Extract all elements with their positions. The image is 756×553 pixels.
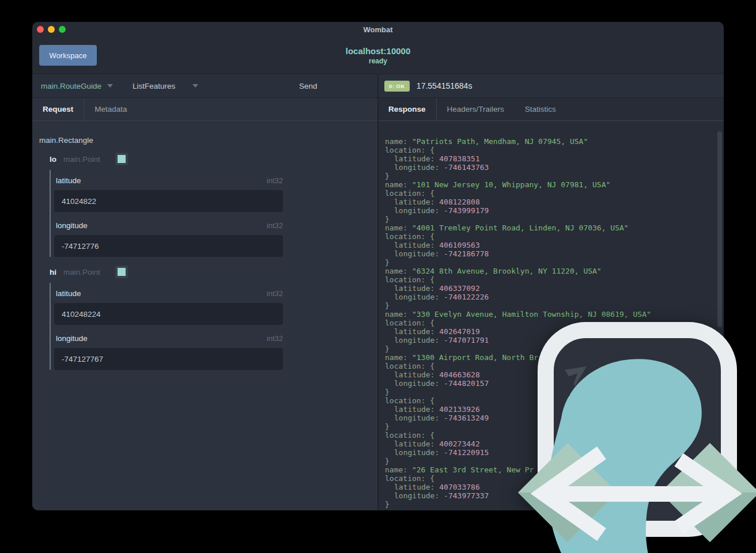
code-key: location: (385, 396, 425, 405)
response-line: longitude: -743999179 (385, 206, 651, 215)
field-type-badge: int32 (267, 221, 283, 230)
field-checkbox[interactable] (115, 153, 128, 165)
code-key: longitude: (394, 491, 439, 500)
code-key: } (385, 457, 390, 465)
request-tab-bar: RequestMetadata (32, 98, 378, 121)
code-value: { (425, 362, 434, 370)
checkbox-checked-icon (118, 268, 126, 276)
send-button[interactable]: Send (299, 82, 317, 90)
duration-label: 17.554151684s (417, 81, 472, 90)
wombat-logo (516, 320, 756, 553)
response-line: } (385, 258, 651, 267)
field-group-body-lo: latitudeint3241024822longitudeint32-7471… (50, 170, 296, 257)
chevron-down-icon (107, 84, 113, 88)
chevron-down-icon (192, 84, 198, 88)
tab-statistics[interactable]: Statistics (515, 98, 566, 120)
code-key: } (385, 258, 390, 267)
code-key: name: (385, 224, 407, 232)
response-line: latitude: 406109563 (385, 241, 651, 249)
code-key: latitude: (394, 154, 434, 163)
longitude-input[interactable]: -747127767 (54, 348, 283, 370)
code-value: { (425, 396, 434, 405)
field-name: hi (50, 268, 56, 276)
code-value: -746143763 (439, 163, 489, 172)
field-label-row: longitudeint32 (56, 334, 283, 343)
code-key: name: (385, 137, 407, 146)
code-value: { (425, 474, 434, 483)
response-line: location: { (385, 232, 651, 241)
longitude-input[interactable]: -74712776 (54, 235, 283, 257)
response-line: longitude: -742186778 (385, 249, 651, 258)
response-line: location: { (385, 146, 651, 154)
tab-metadata[interactable]: Metadata (84, 98, 137, 120)
message-type-label: main.Rectangle (39, 136, 93, 145)
field-label: longitude (56, 221, 88, 230)
server-address: localhost:10000 (32, 46, 724, 56)
arrow-shaft (550, 486, 719, 502)
code-value: -744820157 (439, 379, 489, 388)
code-key: longitude: (394, 448, 439, 457)
field-label-row: longitudeint32 (56, 221, 283, 230)
service-select[interactable]: main.RouteGuide (41, 82, 113, 90)
connection-status: localhost:10000 ready (32, 46, 724, 65)
latitude-input[interactable]: 410248224 (54, 303, 283, 325)
code-key: } (385, 215, 390, 224)
response-line: name: "330 Evelyn Avenue, Hamilton Towns… (385, 310, 651, 319)
method-select[interactable]: ListFeatures (133, 82, 198, 90)
code-value: -743999179 (439, 206, 489, 215)
field-checkbox[interactable] (115, 266, 128, 278)
field-group-body-hi: latitudeint32410248224longitudeint32-747… (50, 283, 296, 370)
code-value: "6324 8th Avenue, Brooklyn, NY 11220, US… (407, 267, 602, 275)
response-line: location: { (385, 275, 651, 284)
code-key: latitude: (394, 483, 434, 491)
code-value: "Patriots Path, Mendham, NJ 07945, USA" (407, 137, 588, 146)
code-key: latitude: (394, 327, 434, 336)
code-key: longitude: (394, 249, 439, 258)
code-key: location: (385, 319, 425, 327)
code-key: longitude: (394, 163, 439, 172)
scrollbar-thumb[interactable] (717, 131, 722, 327)
field-label-row: latitudeint32 (56, 176, 283, 185)
response-line: longitude: -740122226 (385, 293, 651, 301)
field-label: latitude (56, 289, 81, 298)
code-value: 402647019 (434, 327, 479, 336)
code-key: latitude: (394, 405, 434, 414)
checkbox-checked-icon (118, 155, 126, 163)
field-type-badge: int32 (267, 289, 283, 298)
code-value: -742186778 (439, 249, 489, 258)
code-value: { (425, 319, 434, 327)
code-value: "26 East 3rd Street, New Pr (407, 465, 534, 474)
response-line: name: "4001 Tremley Point Road, Linden, … (385, 224, 651, 232)
code-key: location: (385, 431, 425, 440)
code-value: 404663628 (434, 370, 479, 379)
tab-request[interactable]: Request (32, 98, 84, 120)
field-name: lo (50, 155, 56, 164)
response-line: } (385, 172, 651, 180)
field-type-badge: int32 (267, 334, 283, 343)
code-value: { (425, 431, 434, 440)
tab-response[interactable]: Response (378, 98, 437, 120)
code-value: -743977337 (439, 491, 489, 500)
code-value: -743613249 (439, 414, 489, 422)
panel-divider (377, 74, 379, 510)
tab-headers-trailers[interactable]: Headers/Trailers (437, 98, 515, 120)
toolbar-right: 0: OK 17.554151684s (378, 74, 724, 97)
code-key: longitude: (394, 293, 439, 301)
code-value: -747071791 (439, 336, 489, 344)
window-title: Wombat (32, 25, 724, 34)
code-value: "330 Evelyn Avenue, Hamilton Township, N… (407, 310, 651, 319)
response-line: location: { (385, 189, 651, 198)
code-value: { (425, 275, 434, 284)
code-value: 407033786 (434, 483, 479, 491)
status-badge: 0: OK (384, 81, 410, 92)
response-tab-bar: ResponseHeaders/TrailersStatistics (378, 98, 724, 121)
request-panel: main.Rectangle lomain.Pointlatitudeint32… (32, 121, 378, 510)
response-line: longitude: -746143763 (385, 163, 651, 172)
code-key: longitude: (394, 379, 439, 388)
code-key: latitude: (394, 198, 434, 206)
code-value: "4001 Tremley Point Road, Linden, NJ 070… (407, 224, 629, 232)
code-key: } (385, 344, 390, 353)
code-value: 402133926 (434, 405, 479, 414)
code-key: longitude: (394, 206, 439, 215)
latitude-input[interactable]: 41024822 (54, 190, 283, 212)
